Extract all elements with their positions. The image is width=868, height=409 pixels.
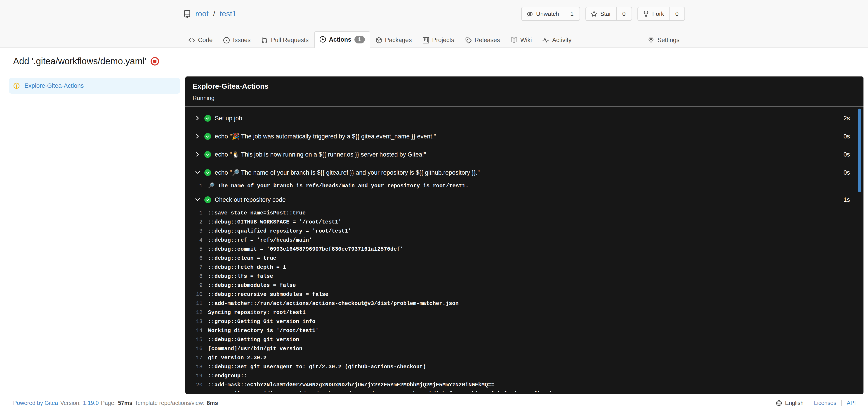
log-line-number[interactable]: 21 [185,389,203,392]
status-success-icon [204,115,211,121]
tab-actions[interactable]: Actions1 [314,31,370,48]
log-line-number[interactable]: 1 [185,209,203,217]
log-line-number[interactable]: 17 [185,353,203,362]
job-item[interactable]: Explore-Gitea-Actions [9,78,180,94]
run-header: Add '.gitea/workflows/demo.yaml' [13,56,159,66]
log-line-number[interactable]: 11 [185,299,203,308]
log-line-number[interactable]: 3 [185,227,203,236]
main-content: Add '.gitea/workflows/demo.yaml' Explore… [0,48,868,397]
chevron-right-icon [194,115,201,121]
status-success-icon [204,151,211,158]
chevron-down-icon-wrap [194,196,201,203]
globe-icon [776,400,782,406]
language-label: English [785,400,804,406]
unwatch-button-main[interactable]: Unwatch [522,7,564,20]
tab-settings[interactable]: Settings [643,32,685,48]
version-link[interactable]: 1.19.0 [83,400,99,406]
page-time-value: 57ms [118,400,132,406]
footer-links: English Licenses API [776,400,856,406]
log-line-number[interactable]: 7 [185,263,203,272]
log-panel-status: Running [193,94,856,102]
chevron-right-icon-wrap [194,151,201,157]
code-icon [188,37,195,43]
log-line-number[interactable]: 5 [185,245,203,254]
log-line-text: ::debug::fetch depth = 1 [208,263,286,272]
fork-count[interactable]: 0 [669,7,684,20]
api-link[interactable]: API [847,400,856,406]
tab-projects[interactable]: Projects [417,32,460,48]
tab-code[interactable]: Code [183,32,218,48]
tab-label: Settings [657,37,680,43]
fork-button[interactable]: Fork0 [638,7,685,21]
licenses-link[interactable]: Licenses [814,400,836,406]
tab-packages[interactable]: Packages [370,32,417,48]
log-line-number[interactable]: 18 [185,362,203,372]
tab-activity[interactable]: Activity [537,32,577,48]
step-duration: 0s [834,151,850,158]
unwatch-label: Unwatch [536,10,559,17]
log-line-number[interactable]: 6 [185,254,203,263]
star-button-main[interactable]: Star [586,7,616,20]
repo-owner-link[interactable]: root [195,9,209,18]
log-line-number[interactable]: 8 [185,272,203,281]
tab-issues[interactable]: Issues [218,32,256,48]
step-row[interactable]: Set up job2s [185,109,864,127]
log-line-number[interactable]: 10 [185,290,203,299]
tab-label: Releases [474,37,500,43]
star-count[interactable]: 0 [616,7,631,20]
log-line-number[interactable]: 20 [185,380,203,389]
cancel-run-button[interactable] [151,57,159,66]
log-line: 3::debug::qualified repository = 'root/t… [185,227,864,236]
job-name-link[interactable]: Explore-Gitea-Actions [24,82,84,89]
log-line-number[interactable]: 16 [185,344,203,353]
unwatch-count[interactable]: 1 [564,7,579,20]
log-line: 11::add-matcher::/run/act/actions/action… [185,299,864,308]
site-header: root / test1 Unwatch1Star0Fork0 CodeIssu… [0,0,868,48]
tab-label: Activity [552,37,572,43]
log-line: 13::group::Getting Git version info [185,317,864,326]
log-line-number[interactable]: 2 [185,217,203,227]
star-button[interactable]: Star0 [585,7,632,21]
step-row[interactable]: echo "🎉 The job was automatically trigge… [185,127,864,145]
repo-name-link[interactable]: test1 [220,9,237,18]
log-line: 14Working directory is '/root/test1' [185,326,864,335]
log-line-number[interactable]: 13 [185,317,203,326]
tab-pull-requests[interactable]: Pull Requests [256,32,314,48]
log-line-number[interactable]: 1 [185,181,203,191]
chevron-right-icon [194,133,201,139]
log-panel: Explore-Gitea-Actions Running Set up job… [185,77,864,394]
step-label: echo "🔎 The name of your branch is ${{ g… [215,169,480,176]
log-line-text: ::debug::ref = 'refs/heads/main' [208,236,312,245]
tab-releases[interactable]: Releases [460,32,505,48]
step-row[interactable]: Check out repository code1s [185,191,864,209]
step-row[interactable]: echo "🔎 The name of your branch is ${{ g… [185,163,864,181]
tab-label: Code [198,37,213,43]
log-line: 1🔎 The name of your branch is refs/heads… [185,181,864,191]
chevron-down-icon [194,169,201,176]
tab-wiki[interactable]: Wiki [505,32,537,48]
log-scrollbar[interactable] [858,109,861,192]
log-line-number[interactable]: 12 [185,308,203,317]
tab-label: Pull Requests [271,37,309,43]
step-row[interactable]: echo "🐧 This job is now running on a ${{… [185,145,864,163]
tab-label: Wiki [520,37,532,43]
log-line-number[interactable]: 9 [185,281,203,290]
step: Check out repository code1s1::save-state… [185,191,864,392]
log-line-text: Temporarily overriding HOME='/tmp/8eab15… [208,389,569,392]
log-line-number[interactable]: 4 [185,236,203,245]
log-line-text: [command]/usr/bin/git version [208,344,303,353]
log-line-number[interactable]: 19 [185,372,203,380]
template-time-label: Template repo/actions/view: [135,400,205,406]
running-status-icon [13,82,20,89]
fork-button-main[interactable]: Fork [638,7,669,20]
log-line: 8::debug::lfs = false [185,272,864,281]
pull-requests-icon [261,37,268,43]
log-line-number[interactable]: 14 [185,326,203,335]
language-menu[interactable]: English [776,400,804,406]
log-line: 20::add-mask::eC1hY2Nlc3MtdG9rZW46NzgxND… [185,380,864,389]
check-icon [206,152,210,156]
powered-by-link[interactable]: Powered by Gitea [13,400,58,406]
footer-divider [809,400,809,406]
log-line-number[interactable]: 15 [185,335,203,344]
unwatch-button[interactable]: Unwatch1 [521,7,580,21]
